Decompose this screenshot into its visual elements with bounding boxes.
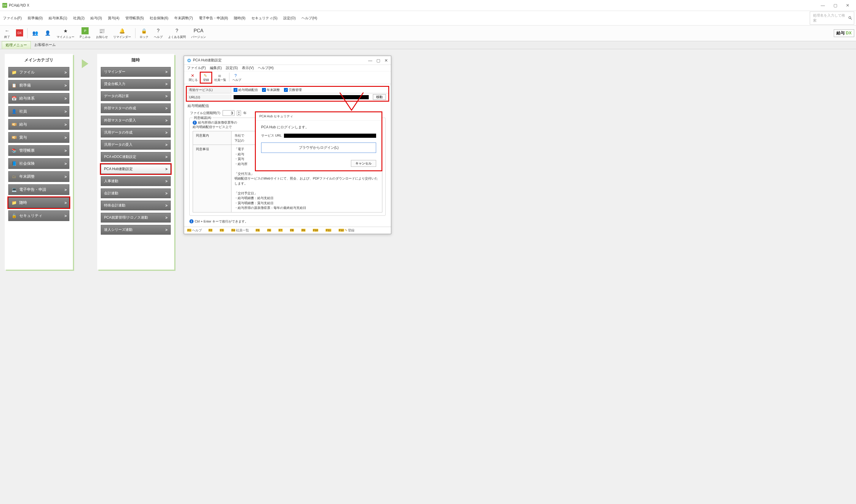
dialog-minimize-button[interactable]: ― <box>368 58 372 63</box>
category-button[interactable]: 🔒セキュリティ> <box>8 210 69 221</box>
subcategory-button[interactable]: 会計連動> <box>101 188 171 198</box>
toolbar-item[interactable]: ?よくある質問 <box>166 27 188 40</box>
toolbar-item[interactable]: ★マイメニュー <box>55 27 76 40</box>
toolbar-label: Pこみゅ <box>80 35 91 39</box>
category-button[interactable]: 📋前準備> <box>8 80 69 91</box>
dialog-menu-item[interactable]: ファイル(F) <box>187 66 206 71</box>
category-button[interactable]: 👤社員> <box>8 106 69 117</box>
toolbar-item[interactable]: 👥 <box>30 29 41 38</box>
function-key[interactable]: F12✎登録 <box>338 228 355 233</box>
category-button[interactable]: 💻電子申告・申請> <box>8 184 69 195</box>
toolbar-item[interactable]: ?ヘルプ <box>152 27 164 40</box>
subcategory-button[interactable]: データの再計算> <box>101 91 171 101</box>
function-key[interactable]: F1ヘルプ <box>187 228 202 233</box>
chevron-right-icon: > <box>64 96 67 101</box>
browser-login-button[interactable]: ブラウザからログイン(L) <box>261 143 376 153</box>
subcategory-button[interactable]: リマインダー> <box>101 67 171 77</box>
search-input[interactable]: 処理名を入力して検索 <box>810 12 854 24</box>
maximize-button[interactable]: ▢ <box>829 1 841 10</box>
function-key[interactable]: F10 <box>313 229 319 232</box>
dialog-close-button[interactable]: ✕ <box>385 58 388 63</box>
toolbar-item[interactable]: DX <box>14 29 25 38</box>
category-button[interactable]: 📚管理帳票> <box>8 145 69 156</box>
subcategory-button[interactable]: 外部マスターの作成> <box>101 103 171 113</box>
toolbar-item[interactable]: 🔒ロック <box>138 27 150 40</box>
dialog-menu-item[interactable]: ヘルプ(H) <box>258 66 273 71</box>
service-checkbox-payslip[interactable]: ✓給与明細配信 <box>234 88 258 92</box>
toolbar-item[interactable]: ←終了 <box>2 27 13 40</box>
menu-item[interactable]: 年末調整(7) <box>173 15 194 21</box>
category-button[interactable]: 🗂年末調整> <box>8 171 69 182</box>
subcategory-button[interactable]: 汎用データの受入> <box>101 140 171 150</box>
tab-processing-menu[interactable]: 処理メニュー <box>2 41 31 49</box>
minimize-button[interactable]: ― <box>817 1 829 10</box>
function-key[interactable]: F3 <box>220 229 225 232</box>
category-button[interactable]: 📁随時> <box>8 197 69 208</box>
subcategory-button[interactable]: PCA Hub連動設定> <box>101 164 171 174</box>
menu-item[interactable]: 随時(9) <box>233 15 247 21</box>
toolbar-item[interactable]: 📰お知らせ <box>94 27 110 40</box>
menu-item[interactable]: 前準備(0) <box>26 15 44 21</box>
toolbar-item[interactable]: 🔔リマインダー <box>111 27 133 40</box>
dialog-menu-item[interactable]: 編集(E) <box>210 66 222 71</box>
service-checkbox-labor[interactable]: ✓労務管理 <box>284 88 302 92</box>
menu-item[interactable]: 設定(O) <box>282 15 297 21</box>
category-button[interactable]: 📘社会保険> <box>8 158 69 169</box>
dialog-toolbar-item[interactable]: ✎登録 <box>201 73 211 83</box>
function-key[interactable]: F4社員一覧 <box>231 228 249 233</box>
dialog-menu-item[interactable]: 表示(V) <box>242 66 254 71</box>
menu-item[interactable]: 賞与(4) <box>107 15 121 21</box>
move-button[interactable]: 移動 <box>373 94 386 100</box>
function-key[interactable]: F5 <box>255 229 261 232</box>
function-key[interactable]: F11 <box>325 229 332 232</box>
service-checkbox-yearend[interactable]: ✓年末調整 <box>262 88 280 92</box>
function-key[interactable]: F9 <box>301 229 306 232</box>
period-spinner[interactable]: ▲▼ <box>237 110 241 116</box>
tab-customer-home[interactable]: お客様ホーム <box>31 41 59 49</box>
chevron-right-icon: > <box>165 143 167 147</box>
menu-item[interactable]: ファイル(F) <box>2 15 23 21</box>
dialog-menu-item[interactable]: 設定(S) <box>226 66 238 71</box>
dialog-toolbar-item[interactable]: ✕閉じる <box>186 73 200 83</box>
toolbar-item[interactable]: PCAバージョン <box>190 27 208 40</box>
title-bar: DX PCA給与D X ― ▢ ✕ <box>0 0 856 11</box>
menu-item[interactable]: 給与(3) <box>89 15 103 21</box>
menu-item[interactable]: 管理帳票(5) <box>124 15 145 21</box>
dialog-toolbar-item[interactable]: ?ヘルプ <box>230 73 244 83</box>
function-key[interactable]: F2 <box>208 229 213 232</box>
category-button[interactable]: 💴賞与> <box>8 132 69 143</box>
toolbar-icon: 🔔 <box>119 27 126 34</box>
category-button[interactable]: 📅給与体系> <box>8 93 69 104</box>
menu-item[interactable]: 給与体系(1) <box>48 15 69 21</box>
toolbar-item[interactable]: PPこみゅ <box>78 27 92 40</box>
close-button[interactable]: ✕ <box>842 1 854 10</box>
subcategory-button[interactable]: PCA就業管理/クロノス連動> <box>101 213 171 222</box>
category-icon: 🔒 <box>11 213 17 219</box>
function-key[interactable]: F8 <box>290 229 295 232</box>
subcategory-button[interactable]: 達人シリーズ連動> <box>101 225 171 235</box>
menu-item[interactable]: 社員(2) <box>72 15 86 21</box>
dialog-maximize-button[interactable]: ▢ <box>376 58 380 63</box>
category-button[interactable]: 💴給与> <box>8 119 69 130</box>
menu-item[interactable]: 社会保険(6) <box>148 15 170 21</box>
function-key[interactable]: F6 <box>267 229 272 232</box>
cancel-button[interactable]: キャンセル <box>351 160 376 167</box>
category-button[interactable]: 📁ファイル> <box>8 67 69 78</box>
dialog-toolbar-item[interactable]: ≣社員一覧 <box>212 73 229 83</box>
menu-item[interactable]: セキュリティ(S) <box>250 15 279 21</box>
menu-item[interactable]: 電子申告・申請(8) <box>198 15 229 21</box>
category-label: 年末調整 <box>19 174 35 179</box>
subcategory-button[interactable]: 外部マスターの受入> <box>101 115 171 125</box>
subcategory-button[interactable]: 賃金台帳入力> <box>101 79 171 89</box>
period-input[interactable] <box>222 110 234 116</box>
function-key[interactable]: F7 <box>278 229 283 232</box>
url-input[interactable] <box>234 95 369 99</box>
menu-item[interactable]: ヘルプ(H) <box>300 15 318 21</box>
toolbar-item[interactable]: 👤 <box>42 29 53 38</box>
subcategory-button[interactable]: 特殊会計連動> <box>101 201 171 210</box>
subcategory-button[interactable]: 汎用データの作成> <box>101 128 171 138</box>
period-label: ファイル公開期間(T) <box>190 111 220 115</box>
subcategory-button[interactable]: 人事連動> <box>101 176 171 186</box>
subcategory-button[interactable]: PCA eDOC連動設定> <box>101 152 171 162</box>
toolbar: ←終了DX👥👤★マイメニューPPこみゅ📰お知らせ🔔リマインダー🔒ロック?ヘルプ?… <box>0 25 856 41</box>
